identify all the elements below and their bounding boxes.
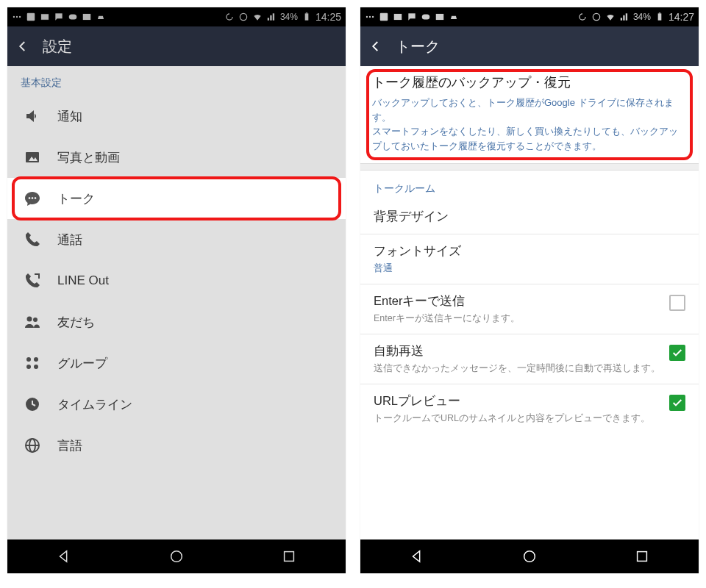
back-icon[interactable] [16, 40, 29, 53]
phone-icon [24, 231, 41, 248]
nav-home-icon[interactable] [521, 548, 538, 564]
nfc-icon [591, 12, 602, 22]
signal-icon [266, 12, 277, 22]
row-talk[interactable]: トーク [7, 178, 346, 219]
row-timeline[interactable]: タイムライン [7, 384, 346, 425]
svg-point-25 [171, 551, 182, 562]
clock-icon [24, 395, 41, 413]
svg-rect-33 [436, 14, 444, 20]
svg-point-27 [366, 16, 368, 18]
setting-sub: 送信できなかったメッセージを、一定時間後に自動で再送します。 [374, 362, 660, 375]
chat-icon [407, 12, 417, 22]
svg-rect-32 [422, 15, 430, 20]
row-label: 通知 [57, 108, 329, 125]
nfc-icon [238, 12, 249, 22]
globe-icon [24, 437, 41, 454]
sync-icon [224, 12, 235, 22]
status-bar: 34% 14:27 [360, 7, 699, 26]
row-group[interactable]: グループ [7, 343, 346, 384]
row-notify[interactable]: 通知 [7, 96, 346, 137]
checkbox-checked-icon[interactable] [669, 395, 685, 411]
setting-value: 普通 [374, 262, 685, 275]
row-label: タイムライン [57, 396, 329, 413]
divider [360, 163, 699, 171]
row-lang[interactable]: 言語 [7, 425, 346, 466]
wifi-icon [605, 12, 616, 22]
nav-back-icon[interactable] [409, 548, 425, 564]
battery-icon [302, 12, 312, 22]
phone-right-talk: 34% 14:27 トーク トーク履歴のバックアップ・復元 バックアップしておく… [360, 7, 699, 573]
svg-rect-8 [305, 13, 309, 20]
row-label: 友だち [57, 314, 329, 331]
app-bar: トーク [360, 26, 699, 66]
setting-url-preview[interactable]: URLプレビュー トークルームでURLのサムネイルと内容をプレビューできます。 [360, 384, 699, 434]
line-icon [421, 12, 431, 22]
backup-restore-card[interactable]: トーク履歴のバックアップ・復元 バックアップしておくと、トーク履歴がGoogle… [360, 66, 699, 163]
line-icon [68, 12, 78, 22]
svg-point-34 [593, 13, 599, 20]
facebook-icon [26, 12, 36, 22]
signal-icon [619, 12, 630, 22]
phone-out-icon [24, 272, 41, 290]
sync-icon [577, 12, 588, 22]
svg-point-0 [13, 16, 15, 18]
more-icon [12, 12, 22, 22]
status-icons-left [365, 12, 459, 22]
mail-icon [40, 12, 50, 22]
battery-pct: 34% [280, 12, 298, 22]
row-label: グループ [57, 355, 329, 372]
setting-fontsize[interactable]: フォントサイズ 普通 [360, 234, 699, 284]
setting-title: Enterキーで送信 [374, 293, 660, 309]
speaker-icon [24, 107, 41, 125]
nav-home-icon[interactable] [168, 548, 185, 564]
svg-point-20 [34, 365, 38, 369]
svg-rect-36 [659, 12, 660, 13]
backup-desc: バックアップしておくと、トーク履歴がGoogle ドライブに保存されます。 スマ… [372, 96, 687, 153]
nav-back-icon[interactable] [56, 548, 72, 564]
section-talkroom: トークルーム [360, 171, 699, 200]
photo-icon [24, 148, 41, 166]
wifi-icon [252, 12, 263, 22]
setting-auto-resend[interactable]: 自動再送 送信できなかったメッセージを、一定時間後に自動で再送します。 [360, 334, 699, 384]
more-icon [365, 12, 375, 22]
setting-title: 自動再送 [374, 343, 660, 359]
row-label: 写真と動画 [57, 149, 329, 166]
status-icons-right: 34% 14:27 [577, 11, 694, 23]
nav-recent-icon[interactable] [281, 548, 297, 564]
battery-pct: 34% [633, 12, 651, 22]
phone-left-settings: 34% 14:25 設定 基本設定 通知 写真と動画 トーク 通話 LINE O… [7, 7, 346, 573]
settings-list: 基本設定 通知 写真と動画 トーク 通話 LINE Out 友だち グループ [7, 66, 346, 539]
svg-point-14 [35, 197, 37, 199]
setting-enter-send[interactable]: Enterキーで送信 Enterキーが送信キーになります。 [360, 284, 699, 334]
checkbox-unchecked-icon[interactable] [669, 295, 685, 311]
row-lineout[interactable]: LINE Out [7, 260, 346, 301]
row-label: 通話 [57, 232, 329, 248]
checkbox-checked-icon[interactable] [669, 345, 685, 361]
row-call[interactable]: 通話 [7, 219, 346, 260]
svg-rect-9 [306, 12, 307, 13]
svg-point-7 [240, 13, 246, 20]
row-label: 言語 [57, 437, 329, 454]
page-title: トーク [396, 37, 440, 57]
svg-point-13 [32, 197, 34, 199]
clock: 14:27 [668, 11, 694, 23]
row-photo[interactable]: 写真と動画 [7, 137, 346, 178]
svg-point-16 [33, 318, 38, 322]
image-icon [82, 12, 92, 22]
image-icon [435, 12, 445, 22]
nav-recent-icon[interactable] [634, 548, 650, 564]
talk-settings: トーク履歴のバックアップ・復元 バックアップしておくと、トーク履歴がGoogle… [360, 66, 699, 539]
setting-sub: トークルームでURLのサムネイルと内容をプレビューできます。 [374, 412, 660, 425]
android-navbar [7, 539, 346, 573]
row-friends[interactable]: 友だち [7, 301, 346, 343]
setting-background[interactable]: 背景デザイン [360, 200, 699, 234]
svg-point-1 [16, 16, 18, 18]
svg-rect-4 [41, 14, 49, 20]
back-icon[interactable] [369, 40, 382, 53]
car-icon [96, 12, 106, 22]
mail-icon [393, 12, 403, 22]
status-bar: 34% 14:25 [7, 7, 346, 26]
friends-icon [24, 313, 41, 331]
svg-point-12 [29, 197, 31, 199]
svg-point-15 [27, 317, 32, 322]
